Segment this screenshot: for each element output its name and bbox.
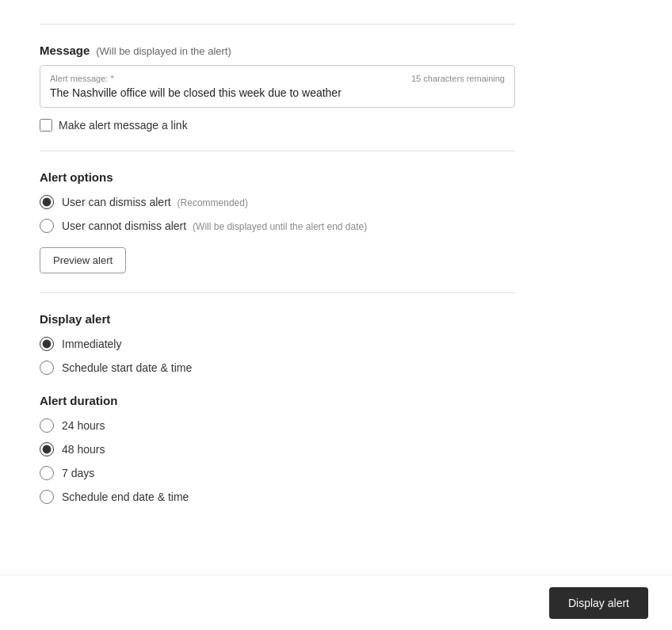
display-alert-section: Display alert Immediately Schedule start… xyxy=(40,312,515,375)
alert-options-radio-group: User can dismiss alert (Recommended) Use… xyxy=(40,195,515,233)
top-divider xyxy=(40,24,515,25)
make-link-row: Make alert message a link xyxy=(40,119,515,132)
alert-option-1-radio[interactable] xyxy=(40,195,54,209)
display-option-1-row: Immediately xyxy=(40,337,515,351)
duration-option-1-row: 24 hours xyxy=(40,418,515,433)
preview-alert-button[interactable]: Preview alert xyxy=(40,247,126,273)
alert-option-1-label: User can dismiss alert (Recommended) xyxy=(62,196,248,208)
display-alert-radio-group: Immediately Schedule start date & time xyxy=(40,337,515,375)
alert-option-2-radio[interactable] xyxy=(40,219,54,233)
display-option-2-radio[interactable] xyxy=(40,361,54,375)
alert-duration-title: Alert duration xyxy=(40,394,117,407)
alert-option-1-row: User can dismiss alert (Recommended) xyxy=(40,195,515,209)
display-option-1-radio[interactable] xyxy=(40,337,54,351)
message-title-row: Message (Will be displayed in the alert) xyxy=(40,44,515,57)
divider-1 xyxy=(40,151,515,151)
bottom-bar: Display alert xyxy=(0,575,672,630)
message-title: Message xyxy=(40,44,90,57)
display-alert-title: Display alert xyxy=(40,312,110,326)
display-option-1-label: Immediately xyxy=(62,338,121,350)
duration-option-3-radio[interactable] xyxy=(40,466,54,480)
display-alert-button[interactable]: Display alert xyxy=(549,587,648,619)
alert-option-2-row: User cannot dismiss alert (Will be displ… xyxy=(40,219,515,233)
duration-option-3-label: 7 days xyxy=(62,467,94,479)
duration-option-2-radio[interactable] xyxy=(40,442,54,456)
display-option-2-row: Schedule start date & time xyxy=(40,361,515,375)
duration-option-2-row: 48 hours xyxy=(40,442,515,456)
char-count: 15 characters remaining xyxy=(411,74,505,83)
duration-option-4-radio[interactable] xyxy=(40,490,54,504)
make-link-checkbox[interactable] xyxy=(40,119,52,132)
alert-options-section: Alert options User can dismiss alert (Re… xyxy=(40,170,515,273)
duration-option-2-label: 48 hours xyxy=(62,443,105,456)
message-input-value[interactable]: The Nashville office will be closed this… xyxy=(50,86,505,99)
duration-option-4-row: Schedule end date & time xyxy=(40,490,515,504)
message-section: Message (Will be displayed in the alert)… xyxy=(40,44,515,132)
divider-2 xyxy=(40,292,515,293)
duration-option-4-label: Schedule end date & time xyxy=(62,491,189,503)
alert-options-title: Alert options xyxy=(40,170,113,184)
alert-option-2-label: User cannot dismiss alert (Will be displ… xyxy=(62,220,367,232)
duration-option-1-radio[interactable] xyxy=(40,418,54,433)
message-input-wrapper: Alert message: * 15 characters remaining… xyxy=(40,65,515,108)
display-option-2-label: Schedule start date & time xyxy=(62,361,192,374)
make-link-label: Make alert message a link xyxy=(59,119,188,132)
alert-duration-radio-group: 24 hours 48 hours 7 days Schedule end da… xyxy=(40,418,515,504)
alert-duration-section: Alert duration 24 hours 48 hours 7 days … xyxy=(40,394,515,504)
duration-option-3-row: 7 days xyxy=(40,466,515,480)
message-subtitle: (Will be displayed in the alert) xyxy=(96,45,231,57)
duration-option-1-label: 24 hours xyxy=(62,419,105,432)
